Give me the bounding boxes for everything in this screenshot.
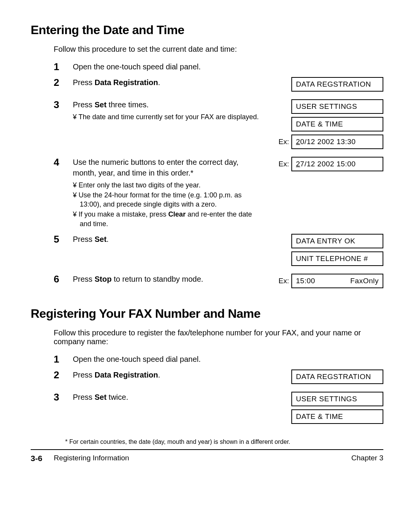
step-2: 2 Press Data Registration. DATA REGSTRAT…	[54, 77, 383, 95]
lcd-display: 27/12 2002 15:00	[291, 157, 383, 171]
section-intro: Follow this procedure to register the fa…	[54, 328, 383, 346]
example-label: Ex:	[279, 138, 289, 146]
step-3: 3 Press Set twice. USER SETTINGS DATE & …	[54, 392, 383, 427]
chapter-label: Chapter 3	[352, 454, 383, 463]
step-number: 2	[54, 77, 73, 88]
step-number: 6	[54, 274, 73, 285]
step-text: Press Set three times.	[73, 99, 261, 110]
step-text: Open the one-touch speed dial panel.	[73, 61, 261, 72]
step-text: Press Set.	[73, 234, 261, 245]
step-text: Press Set twice.	[73, 392, 261, 402]
step-1: 1 Open the one-touch speed dial panel.	[54, 61, 383, 72]
lcd-display: DATE & TIME	[291, 117, 383, 131]
step-number: 1	[54, 354, 73, 365]
step-text: Use the numeric buttons to enter the cor…	[73, 157, 261, 178]
step-5: 5 Press Set. DATA ENTRY OK UNIT TELEPHON…	[54, 234, 383, 269]
step-number: 3	[54, 392, 73, 403]
step-4: 4 Use the numeric buttons to enter the c…	[54, 157, 383, 229]
step-3: 3 Press Set three times. The date and ti…	[54, 99, 383, 152]
step-number: 3	[54, 99, 73, 110]
lcd-display: DATA REGSTRATION	[291, 77, 383, 92]
page-number: 3-6	[31, 454, 42, 463]
footnote: * For certain countries, the date (day, …	[65, 438, 383, 445]
section-heading: Registering Your FAX Number and Name	[31, 307, 383, 321]
lcd-display: 15:00 FaxOnly	[291, 274, 383, 288]
step-number: 1	[54, 61, 73, 72]
lcd-display: UNIT TELEPHONE #	[291, 251, 383, 266]
lcd-display: DATA REGSTRATION	[291, 369, 383, 384]
step-bullet: The date and time currently set for your…	[73, 112, 261, 122]
step-bullet: If you make a mistake, press Clear and r…	[73, 210, 261, 228]
step-text: Press Stop to return to standby mode.	[73, 274, 261, 284]
lcd-display: DATA ENTRY OK	[291, 234, 383, 248]
lcd-display: USER SETTINGS	[291, 392, 383, 406]
example-label: Ex:	[279, 160, 289, 168]
step-number: 5	[54, 234, 73, 245]
lcd-display: DATE & TIME	[291, 409, 383, 424]
section-intro: Follow this procedure to set the current…	[54, 45, 383, 54]
step-6: 6 Press Stop to return to standby mode. …	[54, 274, 383, 291]
step-text: Open the one-touch speed dial panel.	[73, 354, 261, 365]
step-number: 4	[54, 157, 73, 168]
step-2: 2 Press Data Registration. DATA REGSTRAT…	[54, 369, 383, 387]
step-1: 1 Open the one-touch speed dial panel.	[54, 354, 383, 365]
step-bullet: Use the 24-hour format for the time (e.g…	[73, 190, 261, 209]
example-label: Ex:	[279, 277, 289, 285]
step-number: 2	[54, 369, 73, 381]
step-text: Press Data Registration.	[73, 77, 261, 88]
section-heading: Entering the Date and Time	[31, 23, 383, 37]
lcd-display: USER SETTINGS	[291, 99, 383, 114]
footer-title: Registering Information	[54, 454, 129, 463]
page-footer: 3-6 Registering Information Chapter 3	[31, 450, 383, 463]
step-bullet: Enter only the last two digits of the ye…	[73, 181, 261, 190]
lcd-display: 20/12 2002 13:30	[291, 135, 383, 149]
step-text: Press Data Registration.	[73, 369, 261, 380]
